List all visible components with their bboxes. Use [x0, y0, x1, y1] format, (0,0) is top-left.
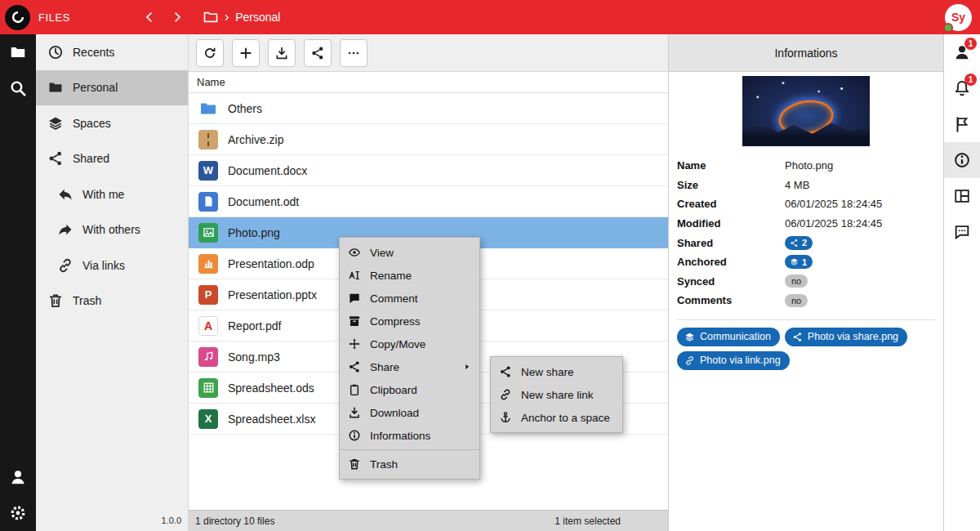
file-row-document-docx[interactable]: W Document.docx	[189, 155, 668, 186]
sidebar-item-label: Personal	[73, 81, 118, 94]
breadcrumb-separator-icon	[222, 13, 231, 22]
submenu-item-anchor-to-space[interactable]: Anchor to a space	[491, 406, 622, 429]
thumbnail-container	[669, 72, 943, 146]
detail-field-created: Created 06/01/2025 18:24:45	[677, 194, 935, 214]
menu-item-download[interactable]: Download	[340, 401, 479, 424]
field-value: 4 MB	[785, 179, 809, 191]
sidebar-item-trash[interactable]: Trash	[36, 283, 188, 319]
breadcrumb[interactable]: Personal	[235, 11, 280, 24]
share-icon	[792, 332, 803, 342]
sidebar-item-personal[interactable]: Personal	[36, 70, 188, 106]
forward-arrow-icon	[57, 221, 74, 238]
sidebar-item-shared[interactable]: Shared	[36, 141, 188, 177]
chip-communication[interactable]: Communication	[677, 328, 780, 346]
detail-field-modified: Modified 06/01/2025 18:24:45	[677, 214, 935, 234]
rail-reports-button[interactable]	[944, 106, 980, 142]
menu-item-compress[interactable]: Compress	[340, 310, 479, 332]
rail-account-button[interactable]: 1	[944, 34, 980, 70]
info-icon	[348, 429, 361, 442]
synced-status-pill: no	[785, 274, 808, 288]
file-row-archive-zip[interactable]: Archive.zip	[189, 124, 668, 155]
status-bar: 1 directory 10 files 1 item selected	[189, 510, 668, 531]
refresh-button[interactable]	[196, 39, 224, 67]
rail-comments-button[interactable]	[944, 214, 980, 250]
share-button[interactable]	[304, 39, 332, 67]
menu-item-view[interactable]: View	[340, 241, 479, 264]
menu-item-trash[interactable]: Trash	[340, 453, 479, 475]
settings-button[interactable]	[0, 495, 36, 531]
sidebar-item-via-links[interactable]: Via links	[36, 248, 188, 283]
rail-notifications-button[interactable]: 1	[944, 70, 980, 106]
menu-item-label: New share	[521, 366, 574, 378]
rail-informations-button[interactable]	[944, 142, 980, 178]
menu-item-rename[interactable]: Rename	[340, 264, 479, 287]
new-item-button[interactable]	[232, 39, 260, 67]
breadcrumb-folder-icon[interactable]	[203, 9, 219, 25]
sidebar-item-label: Recents	[73, 46, 114, 59]
download-icon	[348, 406, 361, 419]
file-row-others[interactable]: Others	[189, 93, 668, 124]
field-label: Size	[677, 179, 785, 191]
detail-field-synced: Synced no	[677, 272, 935, 292]
file-name: Document.odt	[228, 195, 299, 208]
audio-file-icon	[198, 347, 218, 367]
files-module-button[interactable]	[0, 34, 36, 70]
gear-icon	[9, 504, 27, 522]
powerpoint-file-icon: P	[198, 285, 218, 305]
account-badge: 1	[964, 38, 977, 50]
field-label: Modified	[677, 217, 785, 230]
comments-status-pill: no	[785, 294, 808, 307]
menu-item-label: Trash	[370, 458, 398, 471]
notifications-badge: 1	[964, 74, 977, 86]
submenu-item-new-share[interactable]: New share	[491, 360, 622, 383]
file-name: Song.mp3	[228, 350, 280, 364]
details-divider	[677, 319, 935, 320]
menu-item-comment[interactable]: Comment	[340, 287, 479, 310]
chip-photo-via-link[interactable]: Photo via link.png	[677, 351, 790, 370]
field-label: Shared	[677, 237, 785, 249]
menu-item-label: Informations	[370, 430, 430, 442]
anchor-icon	[499, 411, 512, 424]
sidebar-item-with-others[interactable]: With others	[36, 212, 188, 248]
submenu-item-new-share-link[interactable]: New share link	[491, 383, 622, 406]
share-submenu: New share New share link Anchor to a spa…	[490, 356, 623, 433]
share-chips: Communication Photo via share.png Photo …	[669, 328, 943, 370]
presence-indicator	[943, 23, 953, 33]
menu-item-informations[interactable]: Informations	[340, 424, 479, 447]
word-file-icon: W	[198, 161, 218, 181]
photo-thumbnail[interactable]	[742, 76, 870, 146]
menu-item-clipboard[interactable]: Clipboard	[340, 378, 479, 401]
chip-photo-via-share[interactable]: Photo via share.png	[785, 328, 907, 346]
menu-item-label: Copy/Move	[370, 338, 425, 350]
menu-item-share[interactable]: Share	[340, 355, 479, 378]
file-name: Archive.zip	[228, 133, 283, 146]
file-name: Spreadsheet.ods	[228, 382, 314, 395]
search-icon	[9, 79, 27, 97]
field-label: Comments	[677, 294, 785, 306]
sidebar-item-recents[interactable]: Recents	[36, 34, 188, 70]
detail-field-anchored: Anchored 1	[677, 252, 935, 272]
back-icon[interactable]	[142, 10, 157, 25]
details-panel: Informations Name Photo.png Size 4 MB Cr…	[668, 34, 943, 531]
menu-item-copy-move[interactable]: Copy/Move	[340, 332, 479, 355]
file-row-document-odt[interactable]: Document.odt	[189, 186, 668, 217]
sidebar-item-spaces[interactable]: Spaces	[36, 105, 188, 141]
forward-icon[interactable]	[170, 10, 185, 25]
shared-count-badge[interactable]: 2	[785, 236, 813, 250]
column-header-name[interactable]: Name	[189, 72, 668, 93]
sidebar-item-with-me[interactable]: With me	[36, 176, 188, 212]
app-logo[interactable]	[5, 5, 30, 30]
more-actions-button[interactable]	[340, 39, 368, 67]
chip-label: Photo via share.png	[808, 331, 898, 342]
image-file-icon	[198, 223, 218, 243]
profile-button[interactable]	[0, 459, 36, 495]
search-button[interactable]	[0, 70, 36, 106]
download-button[interactable]	[268, 39, 296, 67]
eye-icon	[348, 246, 361, 259]
anchored-count-badge[interactable]: 1	[785, 255, 813, 269]
archive-box-icon	[348, 315, 361, 328]
field-label: Name	[677, 159, 785, 172]
rail-spaces-button[interactable]	[944, 178, 980, 214]
submenu-arrow-icon	[463, 363, 471, 371]
user-avatar[interactable]: Sy	[945, 4, 972, 31]
